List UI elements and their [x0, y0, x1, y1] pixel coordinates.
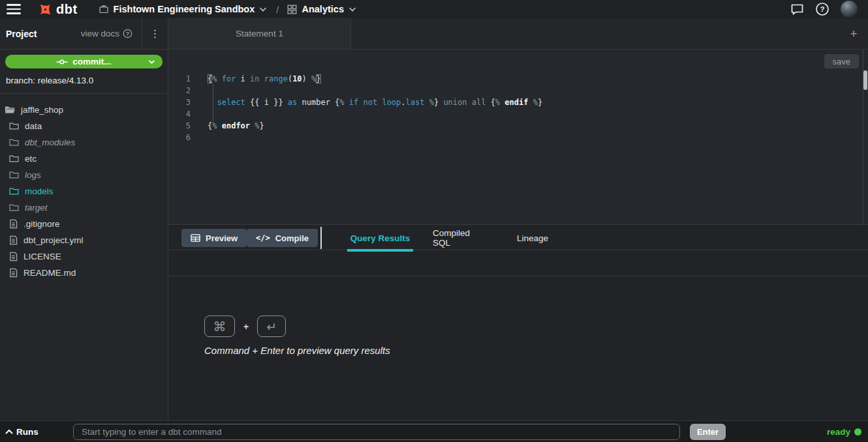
line-number: 2: [168, 85, 191, 96]
runs-toggle[interactable]: Runs: [5, 421, 39, 442]
active-tab-underline: [347, 249, 413, 252]
tab-statement-1[interactable]: Statement 1: [168, 18, 351, 49]
save-button[interactable]: save: [824, 54, 859, 68]
tab-query-results[interactable]: Query Results: [347, 225, 413, 251]
plus-separator: +: [243, 321, 249, 332]
line-number: 4: [168, 108, 191, 120]
command-bar: Runs Enter ready: [0, 420, 868, 442]
file-icon: [9, 219, 18, 229]
dbt-logo-icon: [38, 2, 53, 17]
tree-item-logs[interactable]: logs: [0, 167, 168, 183]
preview-button[interactable]: Preview: [181, 229, 247, 247]
line-number: 1: [168, 73, 191, 85]
briefcase-icon: [99, 4, 109, 14]
main-panel: save 1{% for i in range(10) %}23 select …: [168, 50, 868, 420]
folder-icon: [9, 122, 19, 130]
query-results-panel: ⌘ + ↵ Command + Enter to preview query r…: [168, 276, 868, 420]
folder-icon: [9, 187, 19, 196]
svg-text:?: ?: [820, 5, 825, 13]
enter-button[interactable]: Enter: [690, 424, 726, 440]
status-text: ready: [827, 427, 850, 437]
code-lines: 1{% for i in range(10) %}23 select {{ i …: [168, 50, 868, 143]
dbt-cloud-ide: dbt Fishtown Engineering Sandbox / Analy…: [0, 0, 868, 442]
line-number: 6: [168, 132, 191, 143]
compile-button[interactable]: </> Compile: [247, 229, 318, 247]
status-indicator: ready: [827, 421, 861, 442]
file-explorer-sidebar: commit... branch: release/4.13.0 jaffle_…: [0, 50, 168, 420]
file-tree: jaffle_shop data dbt_modules etc: [0, 102, 168, 281]
svg-text:?: ?: [126, 31, 129, 37]
commit-chevron-down-icon[interactable]: [149, 55, 155, 68]
sidebar-menu-button[interactable]: ⋮: [142, 18, 168, 49]
folder-icon: [9, 138, 19, 147]
new-tab-button[interactable]: +: [845, 18, 863, 49]
account-name[interactable]: Fishtown Engineering Sandbox: [114, 4, 255, 14]
chevron-up-icon: [5, 429, 13, 434]
code-line[interactable]: 6: [168, 132, 868, 143]
project-chevron-down-icon[interactable]: [349, 7, 356, 12]
tree-item-license[interactable]: LICENSE: [0, 248, 168, 265]
git-section: commit... branch: release/4.13.0: [0, 50, 168, 94]
table-icon: [191, 233, 200, 243]
code-line[interactable]: 2: [168, 85, 868, 96]
shortcut-keys: ⌘ + ↵: [204, 316, 286, 337]
tab-compiled-sql[interactable]: Compiled SQL: [433, 225, 489, 251]
help-circle-icon: ?: [123, 29, 132, 38]
scrollbar-thumb[interactable]: [863, 70, 867, 90]
command-key-icon: ⌘: [204, 316, 235, 337]
folder-icon: [9, 203, 19, 212]
grid-icon: [287, 5, 297, 14]
tab-lineage[interactable]: Lineage: [517, 225, 548, 251]
plus-icon: +: [850, 27, 857, 41]
tree-item-jaffle-shop[interactable]: jaffle_shop: [0, 102, 168, 118]
hamburger-menu-icon[interactable]: [7, 4, 21, 14]
sidebar-header: Project view docs ? ⋮: [0, 18, 168, 49]
file-icon: [9, 268, 18, 278]
file-icon: [9, 235, 18, 245]
preview-hint-text: Command + Enter to preview query results: [204, 345, 390, 356]
chat-icon[interactable]: [790, 3, 804, 16]
code-editor[interactable]: save 1{% for i in range(10) %}23 select …: [168, 50, 868, 224]
line-number: 3: [168, 96, 191, 108]
folder-open-icon: [5, 105, 16, 115]
commit-button[interactable]: commit...: [5, 55, 163, 68]
tree-item-dbt-modules[interactable]: dbt_modules: [0, 134, 168, 151]
branch-label: branch: release/4.13.0: [6, 76, 163, 85]
line-number: 5: [168, 120, 191, 132]
indent-guide: [213, 84, 213, 121]
tree-item-gitignore[interactable]: .gitignore: [0, 216, 168, 232]
tree-item-models[interactable]: models: [0, 183, 168, 199]
project-name[interactable]: Analytics: [302, 4, 343, 14]
enter-key-icon: ↵: [257, 316, 286, 337]
sidebar-title: Project: [6, 29, 37, 39]
code-line[interactable]: 5{% endfor %}: [168, 120, 868, 132]
top-bar: dbt Fishtown Engineering Sandbox / Analy…: [0, 0, 868, 18]
second-row: Project view docs ? ⋮ Statement 1 +: [0, 18, 868, 50]
tree-item-target[interactable]: target: [0, 199, 168, 216]
tree-item-data[interactable]: data: [0, 118, 168, 134]
tree-item-etc[interactable]: etc: [0, 151, 168, 167]
results-subheader: [168, 250, 868, 276]
dbt-command-input[interactable]: [73, 424, 680, 440]
editor-tab-bar: Statement 1 +: [168, 18, 868, 49]
toolbar-divider: [320, 227, 322, 249]
folder-icon: [9, 155, 19, 163]
editor-scrollbar[interactable]: [863, 50, 868, 224]
tree-item-readme[interactable]: README.md: [0, 265, 168, 281]
code-text: {% endfor %}: [208, 120, 264, 132]
code-text: {% for i in range(10) %}: [208, 73, 321, 85]
tree-item-dbt-project-yml[interactable]: dbt_project.yml: [0, 232, 168, 248]
account-chevron-down-icon[interactable]: [260, 7, 266, 12]
code-line[interactable]: 4: [168, 108, 868, 120]
help-icon[interactable]: ?: [815, 2, 829, 16]
breadcrumb-separator: /: [276, 4, 279, 15]
view-docs-link[interactable]: view docs ?: [81, 29, 132, 38]
code-line[interactable]: 1{% for i in range(10) %}: [168, 73, 868, 85]
user-avatar[interactable]: [841, 1, 858, 18]
git-commit-icon: [56, 57, 68, 66]
kebab-icon: ⋮: [150, 27, 161, 40]
code-line[interactable]: 3 select {{ i }} as number {% if not loo…: [168, 96, 868, 108]
status-dot-icon: [854, 428, 861, 435]
file-icon: [9, 252, 18, 261]
folder-icon: [9, 171, 19, 179]
